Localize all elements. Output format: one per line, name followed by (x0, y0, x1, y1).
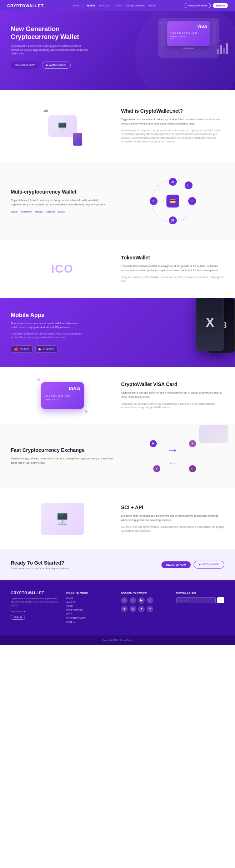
footer-language[interactable]: English (EN) ▼ (11, 610, 59, 613)
api-content: 🖥️ SCI + API Excellent offer for busines… (11, 503, 224, 535)
nav-eng[interactable]: ENG (72, 4, 79, 7)
footer-grid: CRYPTOWALLET CryptoWallet is a convenien… (11, 591, 224, 625)
link-zcash[interactable]: ZCash (58, 210, 65, 213)
api-section: 🖥️ SCI + API Excellent offer for busines… (0, 488, 235, 549)
hero-buttons: REGISTER NOW ▶ WATCH VIDEO (11, 62, 89, 69)
mobile-title: Mobile Apps (11, 312, 89, 318)
what-text: What is CryptoWallet.net? CryptoWallet i… (121, 108, 224, 144)
appstore-button[interactable]: 🍎 App Store (11, 345, 32, 353)
deco-3 (219, 40, 221, 41)
footer-bottom: Copyright 2018 © CryptoWallet (0, 635, 235, 645)
ex-coin-4: L (189, 465, 196, 472)
visa-text: CryptoWallet VISA Card CryptoWallet's ba… (121, 381, 224, 410)
nav-card[interactable]: CARD (114, 4, 122, 7)
exchange-illustration: → ← B Ξ Z L (121, 438, 224, 474)
social-github[interactable]: ⊕ (121, 606, 128, 612)
what-content: 💻 👤 ☁ What is CryptoWallet.net? CryptoWa… (11, 104, 224, 147)
footer-link-wallet[interactable]: WALLET (66, 601, 114, 604)
social-facebook[interactable]: f (130, 597, 136, 604)
social-youtube[interactable]: ▶ (138, 597, 145, 604)
deco-tl (38, 379, 40, 381)
hero-section: New Generation Cryptocurrency Wallet Cry… (0, 11, 235, 90)
hero-register-button[interactable]: REGISTER NOW (11, 62, 39, 69)
multi-illustration: 💳 B Ξ M Z L (121, 176, 224, 226)
cta-section: Ready To Get Started? Create an account … (0, 549, 235, 580)
link-litecoin[interactable]: Litecoin (46, 210, 55, 213)
nav-signin-button[interactable]: SIGN IN (213, 3, 228, 8)
link-monero[interactable]: Monero (35, 210, 43, 213)
nav-divider: | (82, 4, 83, 7)
social-linkedin[interactable]: in (147, 597, 153, 604)
footer-logo: CRYPTOWALLET (11, 591, 59, 595)
hero-content: New Generation Cryptocurrency Wallet Cry… (11, 25, 89, 69)
iphone-device: X (196, 298, 224, 351)
what-illustration: 💻 👤 ☁ (11, 104, 114, 147)
nav-home[interactable]: HOME (87, 4, 95, 7)
newsletter-form: → (176, 597, 225, 603)
multi-content: Multi-cryptocurrency Wallet Replenishmen… (11, 176, 224, 226)
nav-buttons: REGISTER NOW SIGN IN (185, 3, 228, 8)
newsletter-submit[interactable]: → (217, 597, 224, 603)
cta-watch-button[interactable]: ▶ WATCH VIDEO (194, 561, 224, 569)
nav-help[interactable]: HELP (148, 4, 156, 7)
social-twitter[interactable]: t (121, 597, 128, 604)
navigation: CRYPTOWALLET ENG | HOME WALLET CARD DEVE… (0, 0, 235, 11)
visa-section: VISA 4115 5312 0215 1285 THANKS CULLEN C… (0, 367, 235, 424)
exchange-text: Fast Cryptocurrency Exchange Thanks to C… (11, 447, 114, 465)
coin-m: M (169, 216, 177, 224)
footer-social-col: SOCIAL NETWORK t f ▶ in ⊕ K ✦ ✈ (121, 591, 169, 625)
footer-link-card[interactable]: CARD (66, 605, 114, 608)
footer-link-help[interactable]: HELP (66, 613, 114, 615)
ex-coin-2: Ξ (189, 440, 196, 447)
nav-register-button[interactable]: REGISTER NOW (185, 3, 211, 8)
laptop-screen: VISA 4115 5312 0215 1285 THANKS CULLEN 0… (161, 21, 216, 46)
footer-menu-col: WEBSITE MENU HOME WALLET CARD DEVELOPERS… (66, 591, 114, 625)
copyright-text: Copyright 2018 © CryptoWallet (103, 639, 132, 641)
ex-coin-3: Z (153, 465, 160, 472)
newsletter-input[interactable] (176, 597, 216, 603)
exchange-title: Fast Cryptocurrency Exchange (11, 447, 114, 453)
visa-logo: VISA (170, 24, 207, 29)
multi-text: Multi-cryptocurrency Wallet Replenishmen… (11, 189, 114, 213)
laptop-base (183, 48, 194, 49)
bar-2 (220, 45, 222, 54)
footer-signin-button[interactable]: SIGN IN (11, 615, 25, 620)
footer-link-home[interactable]: HOME (66, 597, 114, 600)
mobile-text: Mobile Apps Twenty-four-hour access to y… (11, 312, 89, 353)
laptop-icon: 💻 (48, 115, 77, 137)
token-content: ICO TokenWallet The rapid development of… (11, 255, 224, 283)
social-telegram[interactable]: ✈ (147, 606, 153, 612)
cta-register-button[interactable]: REGISTER NOW (161, 561, 191, 568)
cta-buttons: REGISTER NOW ▶ WATCH VIDEO (161, 561, 224, 569)
nav-wallet[interactable]: WALLET (99, 4, 110, 7)
footer-menu-title: WEBSITE MENU (66, 591, 114, 594)
apple-icon: 🍎 (14, 347, 18, 351)
footer-newsletter-title: NEWSLETTER (176, 591, 225, 594)
visa-card-logo: VISA (45, 386, 80, 391)
api-illustration: 🖥️ (11, 503, 114, 535)
crypto-orbit: 💳 B Ξ M Z L (148, 176, 198, 226)
token-illustration: ICO (11, 255, 114, 283)
exchange-graphic: → ← B Ξ Z L (148, 438, 198, 474)
nav-links: ENG | HOME WALLET CARD DEVELOPERS HELP (72, 4, 156, 7)
arrow-left-icon: ← (167, 457, 179, 468)
token-detail: Using the capabilities of CryptoWallet, … (121, 275, 224, 283)
what-description: CryptoWallet is a convenient online paym… (121, 117, 224, 126)
visa-card-name: THANKS CULLEN (45, 399, 80, 401)
api-graphic: 🖥️ (41, 503, 84, 535)
footer-link-dev[interactable]: DEVELOPERS (66, 609, 114, 611)
hero-watch-button[interactable]: ▶ WATCH VIDEO (42, 62, 71, 69)
social-reddit[interactable]: ✦ (138, 606, 145, 612)
visa-card-number: 4115 5312 0215 1285 (45, 395, 80, 397)
nav-developers[interactable]: DEVELOPERS (125, 4, 145, 7)
footer-link-signin[interactable]: SIGN IN (66, 621, 114, 623)
token-description: The rapid development of ICO campaigns a… (121, 264, 224, 273)
link-bitcoin[interactable]: Bitcoin (11, 210, 18, 213)
footer-link-register[interactable]: REGISTER NOW (66, 617, 114, 619)
social-vk[interactable]: K (130, 606, 136, 612)
googleplay-button[interactable]: ▶ Google Play (35, 345, 58, 353)
phones-area: X S8 (196, 298, 224, 351)
api-title: SCI + API (121, 504, 224, 510)
googleplay-label: Google Play (43, 348, 55, 350)
link-ethereum[interactable]: Ethereum (21, 210, 32, 213)
